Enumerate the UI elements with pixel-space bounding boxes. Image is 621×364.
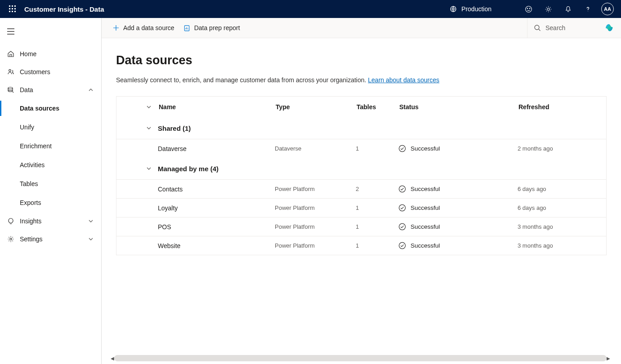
- environment-name: Production: [461, 5, 491, 13]
- cell-status: Successful: [398, 223, 518, 231]
- column-header-refreshed[interactable]: Refreshed: [518, 103, 585, 111]
- success-icon: [398, 223, 406, 231]
- sidebar-toggle-icon[interactable]: [0, 22, 22, 40]
- environment-picker[interactable]: Production: [450, 5, 491, 13]
- chevron-up-icon: [88, 87, 94, 93]
- svg-point-13: [547, 8, 549, 10]
- cell-tables: 1: [356, 223, 398, 230]
- avatar-initials: AA: [604, 6, 611, 12]
- table-row[interactable]: POS Power Platform 1 Successful 3 months…: [116, 217, 606, 236]
- sidebar-item-label: Insights: [20, 218, 41, 225]
- cell-tables: 1: [356, 204, 398, 211]
- scroll-right-icon[interactable]: ▶: [607, 356, 610, 361]
- scroll-track[interactable]: [114, 355, 607, 361]
- sidebar-subitem-data-sources[interactable]: Data sources: [0, 99, 101, 118]
- cell-refreshed: 6 days ago: [518, 186, 585, 192]
- success-icon: [398, 145, 406, 152]
- cell-name: Loyalty: [158, 204, 275, 212]
- table-header: Name Type Tables Status Refreshed: [116, 97, 606, 117]
- sidebar-item-settings[interactable]: Settings: [0, 230, 101, 248]
- column-header-tables[interactable]: Tables: [356, 103, 398, 111]
- cell-name: Contacts: [158, 186, 275, 193]
- svg-point-22: [399, 223, 405, 230]
- user-avatar[interactable]: AA: [601, 3, 614, 15]
- group-label: Shared (1): [158, 124, 275, 132]
- cell-name: Dataverse: [158, 145, 275, 152]
- column-header-type[interactable]: Type: [275, 103, 356, 111]
- sidebar-item-label: Data: [20, 86, 33, 93]
- search-icon: [534, 24, 541, 31]
- success-icon: [398, 185, 406, 193]
- table-group-shared[interactable]: Shared (1): [116, 117, 606, 139]
- cell-status: Successful: [398, 185, 518, 193]
- table-row[interactable]: Website Power Platform 1 Successful 3 mo…: [116, 236, 606, 255]
- feedback-icon[interactable]: [518, 0, 538, 18]
- settings-icon[interactable]: [538, 0, 558, 18]
- cell-type: Dataverse: [275, 145, 356, 152]
- sidebar-item-data[interactable]: Data: [0, 81, 101, 99]
- help-icon[interactable]: [578, 0, 598, 18]
- chevron-down-icon: [88, 218, 94, 224]
- scroll-left-icon[interactable]: ◀: [111, 356, 114, 361]
- sidebar-subitem-label: Activities: [20, 161, 45, 169]
- cell-status: Successful: [398, 204, 518, 212]
- table-row[interactable]: Dataverse Dataverse 1 Successful 2 month…: [116, 139, 606, 158]
- sidebar-item-label: Home: [20, 50, 36, 58]
- svg-rect-7: [12, 11, 13, 12]
- svg-point-18: [535, 25, 539, 30]
- svg-rect-4: [12, 8, 13, 9]
- notifications-icon[interactable]: [558, 0, 578, 18]
- content-inner: Data sources Seamlessly connect to, enri…: [102, 38, 621, 364]
- cell-status: Successful: [398, 145, 518, 152]
- table-group-managed[interactable]: Managed by me (4): [116, 158, 606, 179]
- svg-rect-8: [14, 11, 16, 12]
- sidebar-item-label: Settings: [20, 235, 43, 243]
- sidebar-subitem-unify[interactable]: Unify: [0, 118, 101, 137]
- data-prep-report-button[interactable]: Data prep report: [179, 18, 245, 38]
- success-icon: [398, 242, 406, 249]
- status-text: Successful: [411, 145, 440, 152]
- svg-point-21: [399, 204, 405, 211]
- sidebar-item-insights[interactable]: Insights: [0, 212, 101, 230]
- report-icon: [183, 24, 191, 31]
- learn-link[interactable]: Learn about data sources: [368, 76, 439, 84]
- collapse-all-button[interactable]: [143, 102, 154, 112]
- sidebar-subitem-exports[interactable]: Exports: [0, 193, 101, 212]
- data-icon: [7, 86, 14, 93]
- status-text: Successful: [411, 223, 440, 230]
- chevron-down-icon[interactable]: [143, 163, 154, 174]
- sidebar-subitem-activities[interactable]: Activities: [0, 155, 101, 174]
- chevron-down-icon[interactable]: [143, 123, 154, 133]
- svg-point-23: [399, 242, 405, 249]
- insights-icon: [7, 218, 14, 225]
- copilot-icon[interactable]: [606, 23, 616, 33]
- sidebar-subitem-tables[interactable]: Tables: [0, 174, 101, 193]
- cell-name: POS: [158, 223, 275, 231]
- page-description: Seamlessly connect to, enrich, and manag…: [116, 76, 607, 84]
- search-box[interactable]: [527, 18, 615, 38]
- svg-point-16: [10, 238, 12, 240]
- column-header-name[interactable]: Name: [158, 103, 275, 111]
- app-title: Customer Insights - Data: [24, 5, 104, 13]
- sidebar: Home Customers Data Data sources Unify E…: [0, 18, 102, 364]
- add-data-source-button[interactable]: Add a data source: [108, 18, 179, 38]
- page-title: Data sources: [116, 53, 607, 67]
- sidebar-subitem-label: Enrichment: [20, 142, 52, 150]
- app-launcher-icon[interactable]: [4, 0, 22, 18]
- sidebar-subitem-label: Data sources: [20, 105, 59, 112]
- content: Add a data source Data prep report Data …: [102, 18, 621, 364]
- horizontal-scrollbar[interactable]: ◀ ▶: [111, 355, 610, 361]
- sidebar-item-label: Customers: [20, 68, 50, 75]
- table-row[interactable]: Contacts Power Platform 2 Successful 6 d…: [116, 179, 606, 198]
- svg-rect-6: [9, 11, 10, 12]
- svg-point-20: [399, 186, 405, 192]
- body: Home Customers Data Data sources Unify E…: [0, 18, 621, 364]
- table-row[interactable]: Loyalty Power Platform 1 Successful 6 da…: [116, 198, 606, 217]
- svg-point-10: [525, 6, 532, 12]
- sidebar-item-customers[interactable]: Customers: [0, 63, 101, 81]
- sidebar-subitem-enrichment[interactable]: Enrichment: [0, 137, 101, 155]
- status-text: Successful: [411, 186, 440, 192]
- column-header-status[interactable]: Status: [398, 103, 518, 111]
- sidebar-item-home[interactable]: Home: [0, 45, 101, 63]
- customers-icon: [7, 68, 14, 75]
